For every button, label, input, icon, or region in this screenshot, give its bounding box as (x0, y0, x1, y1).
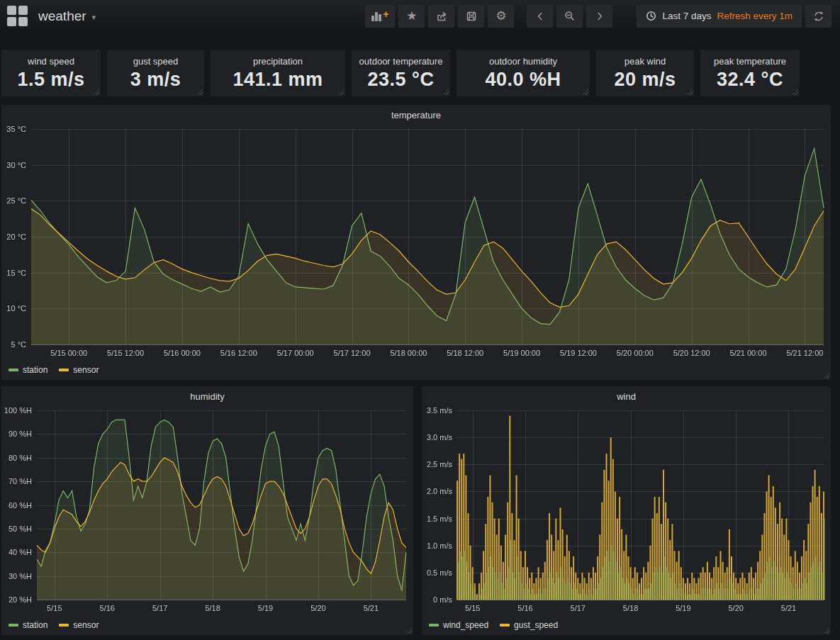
humidity-plot[interactable] (3, 405, 412, 615)
stat-value: 20 m/s (614, 69, 676, 91)
grafana-logo[interactable] (7, 6, 28, 26)
legend-label: gust_speed (514, 620, 558, 630)
wind-chart-canvas[interactable] (423, 405, 829, 615)
add-panel-button[interactable]: + (365, 5, 395, 28)
time-range-picker[interactable]: Last 7 days Refresh every 1m (637, 5, 802, 28)
resize-handle[interactable] (687, 89, 693, 95)
save-button[interactable] (458, 5, 484, 28)
stat-value: 32.4 °C (717, 69, 783, 91)
star-button[interactable]: ★ (398, 5, 425, 28)
legend-label: station (23, 620, 47, 630)
legend-item-gust-speed[interactable]: gust_speed (500, 620, 558, 630)
stat-title[interactable]: outdoor humidity (489, 56, 557, 67)
gear-icon: ⚙ (495, 10, 506, 22)
stat-value: 141.1 mm (233, 69, 323, 91)
humidity-legend: station sensor (9, 620, 99, 630)
resize-handle[interactable] (406, 628, 412, 634)
stat-value: 3 m/s (130, 69, 181, 91)
legend-label: sensor (73, 365, 99, 375)
stat-value: 1.5 m/s (17, 69, 84, 91)
legend-swatch-sensor (59, 624, 69, 627)
stat-title[interactable]: wind speed (28, 56, 74, 67)
refresh-icon (813, 11, 824, 22)
resize-handle[interactable] (94, 89, 99, 95)
panel-title-humidity[interactable]: humidity (1, 386, 413, 405)
wind-legend: wind_speed gust_speed (429, 620, 558, 630)
share-icon (436, 11, 447, 22)
dashboard-title-dropdown[interactable]: weather ▾ (38, 9, 96, 24)
resize-handle[interactable] (583, 89, 588, 95)
dashboard-title: weather (38, 9, 86, 24)
humidity-panel: humidity station sensor (1, 386, 413, 635)
chevron-down-icon: ▾ (92, 11, 96, 22)
wind-plot[interactable] (423, 405, 829, 615)
save-icon (466, 11, 477, 22)
temperature-plot[interactable] (3, 123, 829, 360)
humidity-chart-canvas[interactable] (3, 405, 412, 615)
resize-handle[interactable] (824, 373, 829, 378)
stat-panel-gust-speed: gust speed 3 m/s (107, 50, 204, 96)
stat-row: wind speed 1.5 m/s gust speed 3 m/s prec… (0, 32, 840, 96)
stat-value: 23.5 °C (368, 69, 435, 91)
legend-swatch-station (9, 624, 18, 627)
stat-panel-outdoor-temperature: outdoor temperature 23.5 °C (352, 50, 450, 96)
zoom-out-button[interactable] (556, 5, 583, 28)
legend-label: sensor (73, 620, 99, 630)
resize-handle[interactable] (443, 89, 449, 95)
temperature-legend: station sensor (9, 365, 99, 375)
wind-panel: wind wind_speed gust_speed (422, 386, 831, 635)
legend-item-wind-speed[interactable]: wind_speed (429, 620, 488, 630)
chevron-left-icon (535, 11, 545, 21)
stat-title[interactable]: gust speed (133, 56, 179, 67)
clock-icon (646, 11, 656, 21)
bar-chart-plus-icon: + (371, 11, 388, 22)
legend-swatch-sensor (59, 369, 69, 371)
star-icon: ★ (406, 10, 417, 22)
time-shift-back-button[interactable] (527, 5, 553, 28)
resize-handle[interactable] (793, 89, 798, 95)
resize-handle[interactable] (197, 89, 203, 95)
legend-item-station[interactable]: station (9, 365, 47, 375)
panel-title-wind[interactable]: wind (422, 386, 831, 405)
stat-title[interactable]: precipitation (253, 56, 303, 67)
legend-swatch-gust-speed (500, 624, 510, 627)
resize-handle[interactable] (824, 628, 829, 634)
stat-title[interactable]: peak temperature (714, 56, 786, 67)
chevron-right-icon (595, 11, 605, 21)
stat-panel-wind-speed: wind speed 1.5 m/s (1, 50, 101, 96)
stat-panel-outdoor-humidity: outdoor humidity 40.0 %H (457, 50, 590, 96)
navbar: weather ▾ + ★ ⚙ (0, 0, 840, 32)
legend-item-sensor[interactable]: sensor (59, 365, 99, 375)
settings-button[interactable]: ⚙ (488, 5, 514, 28)
legend-label: wind_speed (443, 620, 488, 630)
panel-title-temperature[interactable]: temperature (1, 105, 831, 123)
time-range-label: Last 7 days (662, 11, 711, 21)
share-button[interactable] (428, 5, 454, 28)
stat-panel-peak-wind: peak wind 20 m/s (596, 50, 694, 96)
legend-swatch-station (9, 369, 18, 371)
navbar-actions: + ★ ⚙ (365, 5, 831, 28)
time-shift-forward-button[interactable] (586, 5, 612, 28)
stat-title[interactable]: outdoor temperature (359, 56, 443, 67)
temperature-chart-canvas[interactable] (3, 123, 829, 360)
temperature-panel: temperature station sensor (1, 105, 831, 380)
legend-item-sensor[interactable]: sensor (59, 620, 99, 630)
zoom-out-icon (564, 11, 575, 21)
legend-item-station[interactable]: station (9, 620, 47, 630)
legend-label: station (23, 365, 47, 375)
stat-value: 40.0 %H (485, 69, 561, 91)
refresh-button[interactable] (805, 5, 831, 28)
resize-handle[interactable] (338, 89, 344, 95)
refresh-interval-label: Refresh every 1m (717, 11, 793, 21)
stat-panel-peak-temperature: peak temperature 32.4 °C (700, 50, 800, 96)
legend-swatch-wind-speed (429, 624, 439, 627)
stat-panel-precipitation: precipitation 141.1 mm (211, 50, 345, 96)
stat-title[interactable]: peak wind (625, 56, 666, 67)
